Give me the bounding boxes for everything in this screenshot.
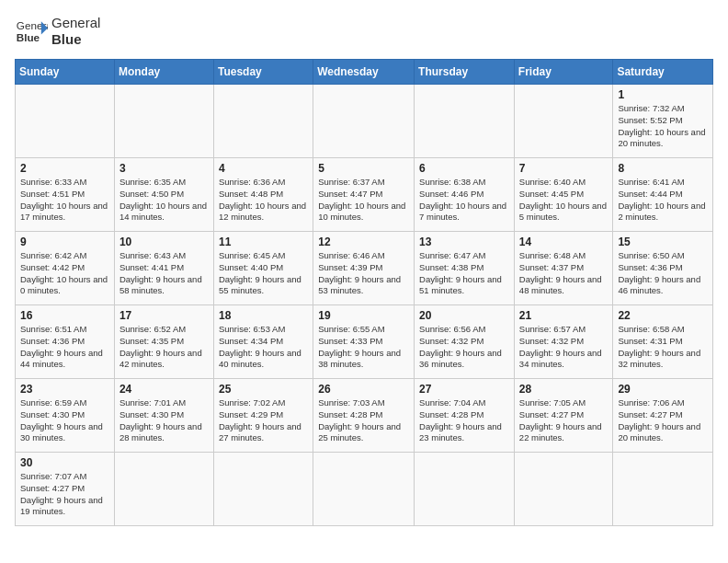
day-number: 3: [119, 162, 209, 175]
day-header-friday: Friday: [514, 60, 613, 85]
day-info: Sunrise: 7:32 AM Sunset: 5:52 PM Dayligh…: [618, 103, 708, 150]
calendar-cell: [213, 85, 313, 158]
day-info: Sunrise: 7:06 AM Sunset: 4:27 PM Dayligh…: [618, 397, 708, 444]
day-info: Sunrise: 7:02 AM Sunset: 4:29 PM Dayligh…: [219, 397, 308, 444]
day-header-tuesday: Tuesday: [213, 60, 313, 85]
day-info: Sunrise: 6:38 AM Sunset: 4:46 PM Dayligh…: [419, 177, 509, 224]
day-header-monday: Monday: [114, 60, 213, 85]
day-number: 17: [119, 309, 209, 322]
day-number: 10: [119, 236, 209, 248]
day-number: 2: [20, 162, 109, 175]
day-header-saturday: Saturday: [613, 60, 713, 85]
calendar-cell: 28Sunrise: 7:05 AM Sunset: 4:27 PM Dayli…: [514, 379, 613, 453]
week-row-1: 1Sunrise: 7:32 AM Sunset: 5:52 PM Daylig…: [16, 85, 713, 158]
calendar-cell: 18Sunrise: 6:53 AM Sunset: 4:34 PM Dayli…: [213, 305, 313, 379]
calendar-cell: 29Sunrise: 7:06 AM Sunset: 4:27 PM Dayli…: [613, 379, 713, 453]
calendar-cell: 24Sunrise: 7:01 AM Sunset: 4:30 PM Dayli…: [114, 379, 213, 453]
day-number: 18: [219, 309, 308, 322]
day-number: 9: [20, 236, 109, 248]
day-info: Sunrise: 7:07 AM Sunset: 4:27 PM Dayligh…: [20, 471, 109, 518]
calendar-cell: 12Sunrise: 6:46 AM Sunset: 4:39 PM Dayli…: [313, 232, 415, 305]
week-row-2: 2Sunrise: 6:33 AM Sunset: 4:51 PM Daylig…: [16, 158, 713, 232]
day-info: Sunrise: 6:58 AM Sunset: 4:31 PM Dayligh…: [618, 324, 708, 371]
calendar-cell: 2Sunrise: 6:33 AM Sunset: 4:51 PM Daylig…: [16, 158, 115, 232]
day-number: 30: [20, 456, 109, 469]
day-info: Sunrise: 7:05 AM Sunset: 4:27 PM Dayligh…: [519, 397, 609, 444]
day-info: Sunrise: 6:45 AM Sunset: 4:40 PM Dayligh…: [219, 250, 308, 297]
calendar-cell: [16, 85, 115, 158]
calendar-cell: 8Sunrise: 6:41 AM Sunset: 4:44 PM Daylig…: [613, 158, 713, 232]
day-number: 20: [419, 309, 509, 322]
calendar-cell: 16Sunrise: 6:51 AM Sunset: 4:36 PM Dayli…: [16, 305, 115, 379]
day-number: 15: [618, 236, 708, 248]
calendar-cell: 15Sunrise: 6:50 AM Sunset: 4:36 PM Dayli…: [613, 232, 713, 305]
day-number: 22: [618, 309, 708, 322]
calendar-cell: 7Sunrise: 6:40 AM Sunset: 4:45 PM Daylig…: [514, 158, 613, 232]
calendar-cell: [114, 453, 213, 526]
day-number: 24: [119, 383, 209, 396]
day-number: 27: [419, 383, 509, 396]
day-info: Sunrise: 7:01 AM Sunset: 4:30 PM Dayligh…: [119, 397, 209, 444]
logo-icon: General Blue: [15, 15, 48, 48]
calendar-cell: [613, 453, 713, 526]
day-number: 16: [20, 309, 109, 322]
calendar-cell: [313, 453, 415, 526]
calendar-cell: 13Sunrise: 6:47 AM Sunset: 4:38 PM Dayli…: [415, 232, 515, 305]
day-info: Sunrise: 6:46 AM Sunset: 4:39 PM Dayligh…: [318, 250, 409, 297]
day-info: Sunrise: 6:33 AM Sunset: 4:51 PM Dayligh…: [20, 177, 109, 224]
day-number: 8: [618, 162, 708, 175]
day-number: 12: [318, 236, 409, 248]
calendar-cell: [415, 85, 515, 158]
day-header-sunday: Sunday: [16, 60, 115, 85]
calendar-table: SundayMondayTuesdayWednesdayThursdayFrid…: [15, 59, 713, 526]
logo-blue: Blue: [51, 31, 100, 48]
day-number: 4: [219, 162, 308, 175]
day-number: 21: [519, 309, 609, 322]
calendar-cell: [114, 85, 213, 158]
day-info: Sunrise: 6:41 AM Sunset: 4:44 PM Dayligh…: [618, 177, 708, 224]
calendar-cell: [415, 453, 515, 526]
calendar-cell: 22Sunrise: 6:58 AM Sunset: 4:31 PM Dayli…: [613, 305, 713, 379]
day-info: Sunrise: 6:40 AM Sunset: 4:45 PM Dayligh…: [519, 177, 609, 224]
calendar-cell: [313, 85, 415, 158]
day-header-thursday: Thursday: [415, 60, 515, 85]
day-number: 11: [219, 236, 308, 248]
day-info: Sunrise: 6:48 AM Sunset: 4:37 PM Dayligh…: [519, 250, 609, 297]
day-info: Sunrise: 6:55 AM Sunset: 4:33 PM Dayligh…: [318, 324, 409, 371]
day-number: 14: [519, 236, 609, 248]
calendar-cell: 11Sunrise: 6:45 AM Sunset: 4:40 PM Dayli…: [213, 232, 313, 305]
day-number: 1: [618, 88, 708, 101]
week-row-3: 9Sunrise: 6:42 AM Sunset: 4:42 PM Daylig…: [16, 232, 713, 305]
week-row-5: 23Sunrise: 6:59 AM Sunset: 4:30 PM Dayli…: [16, 379, 713, 453]
calendar-cell: 1Sunrise: 7:32 AM Sunset: 5:52 PM Daylig…: [613, 85, 713, 158]
day-number: 29: [618, 383, 708, 396]
calendar-cell: [514, 453, 613, 526]
day-info: Sunrise: 6:47 AM Sunset: 4:38 PM Dayligh…: [419, 250, 509, 297]
calendar-cell: 10Sunrise: 6:43 AM Sunset: 4:41 PM Dayli…: [114, 232, 213, 305]
day-info: Sunrise: 6:53 AM Sunset: 4:34 PM Dayligh…: [219, 324, 308, 371]
day-info: Sunrise: 6:35 AM Sunset: 4:50 PM Dayligh…: [119, 177, 209, 224]
day-number: 26: [318, 383, 409, 396]
day-info: Sunrise: 6:43 AM Sunset: 4:41 PM Dayligh…: [119, 250, 209, 297]
week-row-4: 16Sunrise: 6:51 AM Sunset: 4:36 PM Dayli…: [16, 305, 713, 379]
day-info: Sunrise: 6:50 AM Sunset: 4:36 PM Dayligh…: [618, 250, 708, 297]
days-header-row: SundayMondayTuesdayWednesdayThursdayFrid…: [16, 60, 713, 85]
header: General Blue General Blue: [15, 15, 713, 48]
day-number: 23: [20, 383, 109, 396]
svg-text:Blue: Blue: [17, 31, 40, 43]
day-info: Sunrise: 7:03 AM Sunset: 4:28 PM Dayligh…: [318, 397, 409, 444]
day-info: Sunrise: 6:36 AM Sunset: 4:48 PM Dayligh…: [219, 177, 308, 224]
calendar-cell: 17Sunrise: 6:52 AM Sunset: 4:35 PM Dayli…: [114, 305, 213, 379]
calendar-cell: 5Sunrise: 6:37 AM Sunset: 4:47 PM Daylig…: [313, 158, 415, 232]
calendar-cell: 19Sunrise: 6:55 AM Sunset: 4:33 PM Dayli…: [313, 305, 415, 379]
calendar-cell: 9Sunrise: 6:42 AM Sunset: 4:42 PM Daylig…: [16, 232, 115, 305]
calendar-cell: 27Sunrise: 7:04 AM Sunset: 4:28 PM Dayli…: [415, 379, 515, 453]
logo-general: General: [51, 15, 100, 31]
logo: General Blue General Blue: [15, 15, 100, 48]
calendar-cell: 30Sunrise: 7:07 AM Sunset: 4:27 PM Dayli…: [16, 453, 115, 526]
calendar-cell: 23Sunrise: 6:59 AM Sunset: 4:30 PM Dayli…: [16, 379, 115, 453]
calendar-cell: [213, 453, 313, 526]
calendar-cell: 26Sunrise: 7:03 AM Sunset: 4:28 PM Dayli…: [313, 379, 415, 453]
calendar-cell: 4Sunrise: 6:36 AM Sunset: 4:48 PM Daylig…: [213, 158, 313, 232]
day-info: Sunrise: 6:52 AM Sunset: 4:35 PM Dayligh…: [119, 324, 209, 371]
